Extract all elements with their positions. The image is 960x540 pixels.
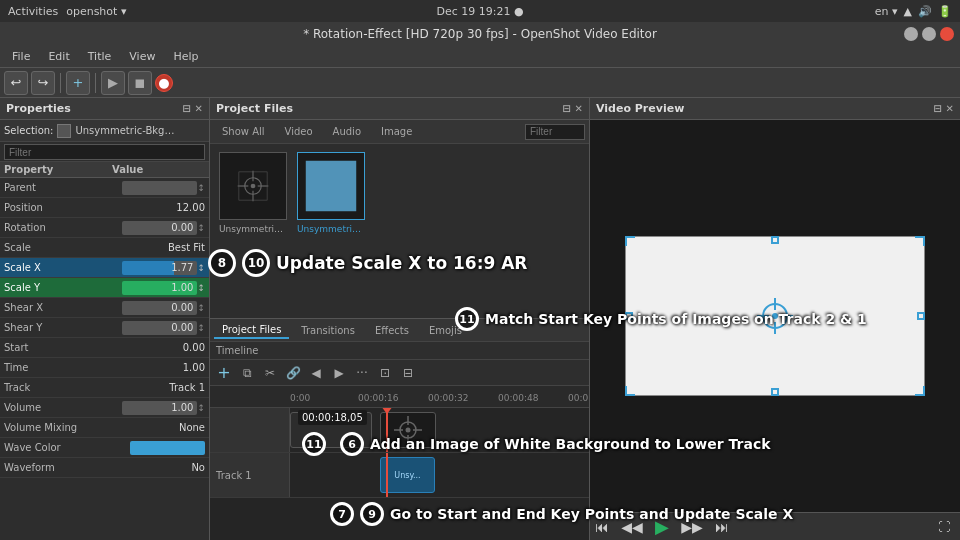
timeline-tab-effects[interactable]: Effects xyxy=(367,323,417,338)
track-clip-blue[interactable]: Unsy... xyxy=(380,457,435,493)
property-name-scale-x: Scale X xyxy=(4,262,122,273)
property-row-shear-x[interactable]: Shear X 0.00 ↕ xyxy=(0,298,209,318)
property-row-scale-y[interactable]: Scale Y 1.00 ↕ xyxy=(0,278,209,298)
preview-corner-tr[interactable] xyxy=(915,236,925,246)
preview-handle-bottom[interactable] xyxy=(771,388,779,396)
playhead[interactable] xyxy=(386,408,388,452)
pf-tab-show-all[interactable]: Show All xyxy=(214,124,273,139)
preview-minimize-icon[interactable]: ⊟ xyxy=(933,103,941,114)
preview-canvas xyxy=(625,236,925,396)
property-row-volume-mixing[interactable]: Volume Mixing None xyxy=(0,418,209,438)
menu-title[interactable]: Title xyxy=(80,48,120,65)
app-name-label[interactable]: openshot ▾ xyxy=(66,5,126,18)
tl-cut-button[interactable]: ✂ xyxy=(260,363,280,383)
property-value-scale-x: 1.77 xyxy=(122,261,197,275)
project-file-item-1[interactable]: Unsymmetric... xyxy=(218,152,288,310)
stop-button[interactable]: ◼ xyxy=(128,71,152,95)
pf-tab-video[interactable]: Video xyxy=(277,124,321,139)
project-file-thumb-2 xyxy=(297,152,365,220)
property-value-volume-mixing: None xyxy=(130,422,205,433)
property-row-parent[interactable]: Parent ↕ xyxy=(0,178,209,198)
locale-label[interactable]: en ▾ xyxy=(875,5,898,18)
tl-add-button[interactable]: + xyxy=(214,363,234,383)
preview-controls: ⏮ ◀◀ ▶ ▶▶ ⏭ ⛶ xyxy=(590,512,960,540)
play-button[interactable]: ▶ xyxy=(101,71,125,95)
toolbar-separator-2 xyxy=(95,73,96,93)
preview-corner-tl[interactable] xyxy=(625,236,635,246)
project-files-close-icon[interactable]: ✕ xyxy=(575,103,583,114)
timeline-tab-project-files[interactable]: Project Files xyxy=(214,322,289,339)
tl-next-button[interactable]: ▶ xyxy=(329,363,349,383)
tl-split-button[interactable]: ⊡ xyxy=(375,363,395,383)
property-row-volume[interactable]: Volume 1.00 ↕ xyxy=(0,398,209,418)
import-button[interactable]: + xyxy=(66,71,90,95)
properties-minimize-icon[interactable]: ⊟ xyxy=(182,103,190,114)
svg-point-16 xyxy=(406,428,411,433)
timeline-label: Timeline xyxy=(210,342,589,360)
property-name-shear-y: Shear Y xyxy=(4,322,122,333)
preview-handle-left[interactable] xyxy=(625,312,633,320)
preview-next-frame-button[interactable]: ▶▶ xyxy=(680,515,704,539)
menu-help[interactable]: Help xyxy=(165,48,206,65)
preview-forward-end-button[interactable]: ⏭ xyxy=(710,515,734,539)
record-button[interactable]: ● xyxy=(155,74,173,92)
property-row-start[interactable]: Start 0.00 xyxy=(0,338,209,358)
property-value-waveform: No xyxy=(130,462,205,473)
redo-button[interactable]: ↪ xyxy=(31,71,55,95)
tl-link-button[interactable]: 🔗 xyxy=(283,363,303,383)
maximize-button[interactable] xyxy=(922,27,936,41)
property-row-scale-x[interactable]: Scale X 1.77 ↕ xyxy=(0,258,209,278)
preview-corner-br[interactable] xyxy=(915,386,925,396)
properties-close-icon[interactable]: ✕ xyxy=(195,103,203,114)
property-row-scale[interactable]: Scale Best Fit xyxy=(0,238,209,258)
tl-prev-button[interactable]: ◀ xyxy=(306,363,326,383)
preview-handle-top[interactable] xyxy=(771,236,779,244)
project-files-toolbar: Show All Video Audio Image xyxy=(210,120,589,144)
property-row-track[interactable]: Track Track 1 xyxy=(0,378,209,398)
timeline-tab-emojis[interactable]: Emojis xyxy=(421,323,470,338)
tl-duplicate-button[interactable]: ⧉ xyxy=(237,363,257,383)
activities-label[interactable]: Activities xyxy=(8,5,58,18)
property-name-time: Time xyxy=(4,362,130,373)
property-value-volume: 1.00 xyxy=(122,401,197,415)
property-value-track: Track 1 xyxy=(130,382,205,393)
undo-button[interactable]: ↩ xyxy=(4,71,28,95)
preview-fullscreen-button[interactable]: ⛶ xyxy=(932,515,956,539)
property-row-wave-color[interactable]: Wave Color xyxy=(0,438,209,458)
center-panel: Project Files ⊟ ✕ Show All Video Audio I… xyxy=(210,98,590,540)
close-button[interactable] xyxy=(940,27,954,41)
project-file-item-2[interactable]: Unsymmetric... xyxy=(296,152,366,310)
pf-tab-audio[interactable]: Audio xyxy=(325,124,369,139)
project-files-filter[interactable] xyxy=(525,124,585,140)
track-clip-crosshair[interactable] xyxy=(380,412,436,448)
property-row-shear-y[interactable]: Shear Y 0.00 ↕ xyxy=(0,318,209,338)
tl-more-button[interactable]: ··· xyxy=(352,363,372,383)
preview-header: Video Preview ⊟ ✕ xyxy=(590,98,960,120)
selection-label: Selection: xyxy=(4,125,53,136)
project-files-content: Unsymmetric... Unsymmetric... xyxy=(210,144,589,318)
property-filter-input[interactable] xyxy=(4,144,205,160)
minimize-button[interactable] xyxy=(904,27,918,41)
menu-view[interactable]: View xyxy=(121,48,163,65)
menu-edit[interactable]: Edit xyxy=(40,48,77,65)
property-row-position[interactable]: Position 12.00 xyxy=(0,198,209,218)
timeline-tab-transitions[interactable]: Transitions xyxy=(293,323,363,338)
preview-play-button[interactable]: ▶ xyxy=(650,515,674,539)
timeline-content: 00:00:18,05 xyxy=(210,408,589,540)
menu-file[interactable]: File xyxy=(4,48,38,65)
property-row-waveform[interactable]: Waveform No xyxy=(0,458,209,478)
property-row-rotation[interactable]: Rotation 0.00 ↕ xyxy=(0,218,209,238)
wifi-icon: ▲ xyxy=(904,5,912,18)
tl-remove-button[interactable]: ⊟ xyxy=(398,363,418,383)
preview-rewind-start-button[interactable]: ⏮ xyxy=(590,515,614,539)
project-file-thumb-1 xyxy=(219,152,287,220)
property-value-wave-color[interactable] xyxy=(130,441,205,455)
preview-close-icon[interactable]: ✕ xyxy=(946,103,954,114)
preview-corner-bl[interactable] xyxy=(625,386,635,396)
project-files-minimize-icon[interactable]: ⊟ xyxy=(562,103,570,114)
preview-handle-right[interactable] xyxy=(917,312,925,320)
toolbar-separator xyxy=(60,73,61,93)
preview-prev-frame-button[interactable]: ◀◀ xyxy=(620,515,644,539)
property-row-time[interactable]: Time 1.00 xyxy=(0,358,209,378)
pf-tab-image[interactable]: Image xyxy=(373,124,420,139)
